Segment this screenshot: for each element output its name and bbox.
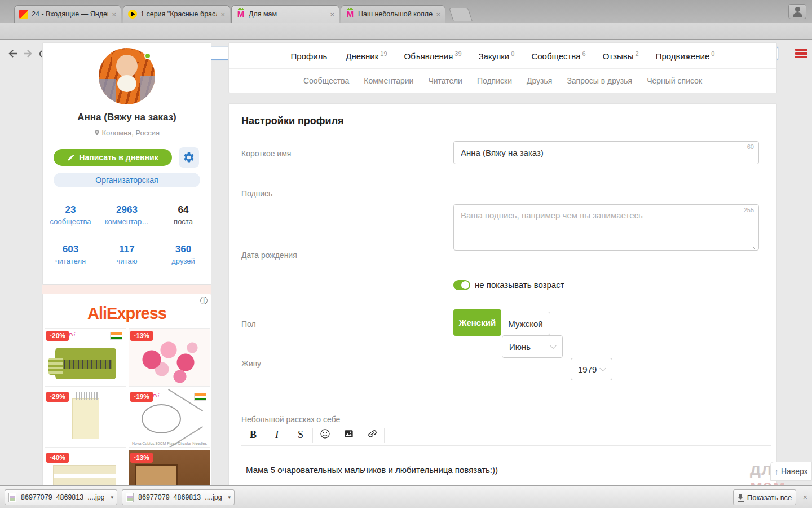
tab-close-icon[interactable]: × bbox=[330, 10, 334, 19]
browser-menu-icon[interactable] bbox=[795, 49, 807, 58]
insert-link-button[interactable] bbox=[360, 428, 384, 442]
ad-product-needle-case[interactable]: -20% Pri bbox=[45, 328, 126, 387]
yandex-mail-icon bbox=[19, 10, 28, 19]
back-to-top-button[interactable]: ↑ Наверх bbox=[770, 462, 812, 481]
stat-readers[interactable]: 603читателя bbox=[42, 244, 99, 265]
download-caret-icon[interactable]: ▾ bbox=[224, 494, 231, 500]
strikethrough-button[interactable]: S bbox=[289, 429, 312, 441]
india-flag-icon bbox=[194, 393, 206, 401]
ad-product-circular-needles[interactable]: -19% Pri Nova Cubics 80CM Fixed Circular… bbox=[129, 389, 210, 448]
ad-product-needles[interactable]: -29% bbox=[45, 389, 126, 448]
pencil-icon bbox=[67, 154, 75, 161]
ad-product-machine-part[interactable]: -40% bbox=[45, 450, 126, 488]
nav-reviews[interactable]: Отзывы2 bbox=[603, 50, 639, 61]
birth-month-select[interactable]: Июнь bbox=[502, 335, 563, 358]
tab-yandex-mail[interactable]: 24 - Входящие — Яндекс × bbox=[14, 5, 121, 23]
profile-nav-panel: Профиль Дневник19 Объявления39 Закупки0 … bbox=[228, 42, 777, 93]
aliexpress-ad[interactable]: i AliExpress -20% Pri -13% -29% -19% Pri… bbox=[42, 294, 211, 488]
tab-collective[interactable]: M Наш небольшой коллекти × bbox=[341, 5, 445, 23]
subnav-friend-requests[interactable]: Запросы в друзья bbox=[567, 76, 632, 85]
show-all-downloads-button[interactable]: Показать все bbox=[733, 489, 796, 505]
tab-close-icon[interactable]: × bbox=[436, 10, 440, 19]
stat-comments[interactable]: 2963комментар… bbox=[99, 204, 155, 226]
mam4-icon: M bbox=[346, 10, 355, 19]
birthdate-label: Дата рождения bbox=[241, 251, 297, 260]
write-diary-button[interactable]: Написать в дневник bbox=[54, 149, 172, 166]
signature-textarea[interactable] bbox=[454, 205, 758, 250]
browser-profile-button[interactable] bbox=[788, 4, 806, 19]
resize-grip[interactable] bbox=[752, 244, 757, 249]
stat-friends[interactable]: 360друзей bbox=[155, 244, 211, 265]
subnav-comments[interactable]: Комментарии bbox=[364, 76, 413, 85]
product-image bbox=[72, 398, 99, 439]
download-caret-icon[interactable]: ▾ bbox=[107, 494, 113, 500]
chevron-down-icon bbox=[550, 343, 556, 349]
stat-posts: 64поста bbox=[155, 204, 211, 226]
tab-title: Наш небольшой коллекти bbox=[358, 10, 433, 18]
india-flag-icon bbox=[110, 332, 122, 340]
stat-communities[interactable]: 23сообщества bbox=[42, 204, 99, 226]
char-counter: 60 bbox=[747, 143, 754, 150]
nav-ads[interactable]: Объявления39 bbox=[404, 50, 462, 61]
arrow-up-icon: ↑ bbox=[774, 467, 779, 476]
settings-gear-button[interactable] bbox=[179, 147, 199, 168]
short-name-field[interactable]: 60 bbox=[453, 141, 759, 164]
aliexpress-logo: AliExpress bbox=[43, 304, 211, 323]
bold-button[interactable]: B bbox=[241, 429, 265, 441]
short-name-label: Короткое имя bbox=[241, 149, 291, 158]
browser-toolbar: https://www.mam4.ru/profile/about/edit/ bbox=[0, 23, 812, 40]
ad-info-icon[interactable]: i bbox=[200, 297, 208, 304]
short-name-input[interactable] bbox=[454, 142, 758, 164]
download-item-1[interactable]: 86977079_4869813_....jpg ▾ bbox=[5, 489, 117, 505]
download-filename: 86977079_4869813_....jpg bbox=[138, 493, 222, 501]
nav-purchases[interactable]: Закупки0 bbox=[479, 50, 515, 61]
back-button[interactable] bbox=[6, 47, 19, 60]
tab-title: 24 - Входящие — Яндекс bbox=[32, 10, 108, 18]
nav-communities[interactable]: Сообщества6 bbox=[531, 50, 585, 61]
gender-female-button[interactable]: Женский bbox=[453, 309, 501, 336]
tab-close-icon[interactable]: × bbox=[112, 10, 116, 19]
jpg-file-icon bbox=[8, 493, 16, 502]
download-item-2[interactable]: 86977079_4869813_....jpg ▾ bbox=[122, 489, 235, 505]
subnav-friends[interactable]: Друзья bbox=[527, 76, 552, 85]
emoji-button[interactable] bbox=[313, 428, 337, 442]
subnav-subscriptions[interactable]: Подписки bbox=[477, 76, 512, 85]
nav-profile[interactable]: Профиль bbox=[291, 50, 329, 61]
tab-dlya-mam-active[interactable]: M Для мам × bbox=[231, 5, 339, 23]
secondary-nav: Сообщества Комментарии Читатели Подписки… bbox=[229, 69, 776, 85]
nav-diary[interactable]: Дневник19 bbox=[346, 50, 387, 61]
editor-toolbar: B I S bbox=[241, 426, 771, 446]
stats-row-2: 603читателя 117читаю 360друзей bbox=[42, 244, 211, 265]
tab-video[interactable]: 1 серия "Красные браслет × bbox=[123, 5, 230, 23]
organizer-button[interactable]: Организаторская bbox=[54, 173, 200, 187]
subnav-readers[interactable]: Читатели bbox=[428, 76, 462, 85]
ad-product-roses[interactable]: -13% bbox=[129, 328, 210, 387]
signature-field[interactable]: 255 bbox=[453, 204, 759, 251]
birth-year-select[interactable]: 1979 bbox=[571, 358, 612, 380]
discount-badge: -40% bbox=[46, 453, 69, 463]
hide-age-toggle[interactable] bbox=[453, 280, 470, 290]
jpg-file-icon bbox=[126, 493, 134, 502]
download-icon bbox=[738, 494, 744, 501]
stats-row-1: 23сообщества 2963комментар… 64поста bbox=[42, 204, 211, 226]
online-status-dot bbox=[144, 52, 151, 59]
about-editor-text[interactable]: Мама 5 очаровательных мальчиков и любите… bbox=[246, 465, 753, 475]
tab-close-icon[interactable]: × bbox=[220, 10, 225, 19]
nav-promotion[interactable]: Продвижение0 bbox=[656, 50, 715, 61]
hide-age-label: не показывать возраст bbox=[475, 280, 564, 290]
profile-location: Коломна, Россия bbox=[42, 129, 211, 137]
discount-badge: -20% bbox=[46, 331, 69, 341]
gender-male-button[interactable]: Мужской bbox=[501, 312, 550, 335]
forward-button[interactable] bbox=[21, 47, 35, 60]
play-icon bbox=[128, 10, 137, 19]
close-download-bar-icon[interactable]: × bbox=[803, 493, 807, 502]
subnav-communities[interactable]: Сообщества bbox=[303, 76, 349, 85]
discount-badge: -13% bbox=[130, 453, 153, 463]
new-tab-button[interactable] bbox=[449, 8, 473, 21]
italic-button[interactable]: I bbox=[265, 429, 289, 441]
stat-reading[interactable]: 117читаю bbox=[99, 244, 155, 265]
insert-image-button[interactable] bbox=[337, 428, 360, 442]
primary-nav: Профиль Дневник19 Объявления39 Закупки0 … bbox=[229, 43, 776, 69]
ad-product-cabinet[interactable]: -13% bbox=[129, 450, 210, 488]
subnav-blacklist[interactable]: Чёрный список bbox=[647, 76, 702, 85]
